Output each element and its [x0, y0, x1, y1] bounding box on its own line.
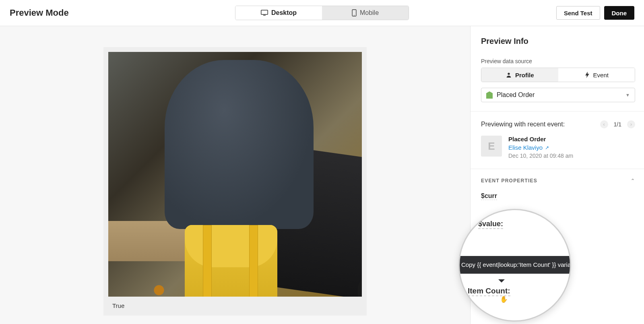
property-currency[interactable]: $curr — [481, 192, 497, 200]
datasource-profile-button[interactable]: Profile — [481, 68, 558, 82]
datasource-toggle: Profile Event — [481, 68, 635, 82]
svg-point-3 — [354, 15, 355, 16]
datasource-label: Preview data source — [481, 58, 635, 64]
event-properties-header[interactable]: EVENT PROPERTIES ⌃ — [481, 178, 635, 184]
datasource-event-button[interactable]: Event — [558, 68, 635, 82]
device-desktop-label: Desktop — [271, 9, 297, 17]
event-row: E Placed Order Elise Klaviyo ↗ Dec 10, 2… — [481, 136, 635, 159]
canvas-area: True — [0, 26, 470, 324]
shopify-icon — [486, 91, 493, 99]
bolt-icon — [584, 72, 590, 78]
sidebar-heading: Preview Info — [481, 37, 635, 46]
mobile-icon — [352, 9, 357, 17]
device-mobile-button[interactable]: Mobile — [322, 6, 409, 20]
copy-variable-tooltip: Copy {{ event|lookup:'Item Count' }} var… — [458, 256, 571, 274]
device-mobile-label: Mobile — [360, 9, 379, 17]
event-pager: ‹ 1/1 › — [600, 120, 635, 128]
page-title: Preview Mode — [10, 8, 69, 18]
svg-rect-0 — [261, 10, 268, 14]
pager-count: 1/1 — [614, 121, 621, 128]
dropdown-value: Placed Order — [497, 91, 535, 99]
previewing-label: Previewing with recent event: — [481, 121, 565, 128]
divider — [471, 169, 644, 169]
preview-caption: True — [108, 297, 362, 311]
desktop-icon — [261, 10, 268, 16]
preview-card: True — [103, 47, 367, 316]
event-timestamp: Dec 10, 2020 at 09:48 am — [508, 153, 573, 159]
svg-rect-1 — [263, 15, 266, 16]
top-bar: Preview Mode Desktop Mobile Send Test Do… — [0, 0, 644, 26]
pager-prev-button[interactable]: ‹ — [600, 120, 608, 128]
event-meta: Placed Order Elise Klaviyo ↗ Dec 10, 202… — [508, 136, 573, 159]
event-person-link[interactable]: Elise Klaviyo ↗ — [508, 144, 573, 151]
device-toggle: Desktop Mobile — [235, 6, 409, 20]
property-item-count[interactable]: Item Count: — [468, 287, 510, 296]
sidebar: Preview Info Preview data source Profile… — [470, 26, 644, 324]
datasource-event-label: Event — [593, 72, 609, 78]
previewing-row: Previewing with recent event: ‹ 1/1 › — [481, 120, 635, 128]
divider — [471, 111, 644, 111]
pager-next-button[interactable]: › — [627, 120, 635, 128]
done-button[interactable]: Done — [604, 6, 635, 20]
avatar: E — [481, 136, 502, 157]
magnifier-callout: $value: Copy {{ event|lookup:'Item Count… — [458, 209, 571, 322]
person-icon — [506, 72, 512, 78]
event-type-dropdown[interactable]: Placed Order ▼ — [481, 88, 635, 102]
topbar-actions: Send Test Done — [556, 6, 634, 20]
event-title: Placed Order — [508, 136, 573, 142]
preview-image — [108, 52, 362, 297]
svg-point-4 — [508, 73, 510, 75]
device-desktop-button[interactable]: Desktop — [235, 6, 322, 20]
main-area: True Preview Info Preview data source Pr… — [0, 26, 644, 324]
chevron-down-icon: ▼ — [625, 93, 630, 97]
datasource-profile-label: Profile — [515, 72, 534, 78]
cursor-icon: ✋ — [500, 295, 508, 303]
chevron-up-icon: ⌃ — [631, 178, 635, 184]
property-value[interactable]: $value: — [478, 220, 503, 229]
send-test-button[interactable]: Send Test — [556, 6, 600, 20]
external-link-icon: ↗ — [545, 145, 549, 151]
